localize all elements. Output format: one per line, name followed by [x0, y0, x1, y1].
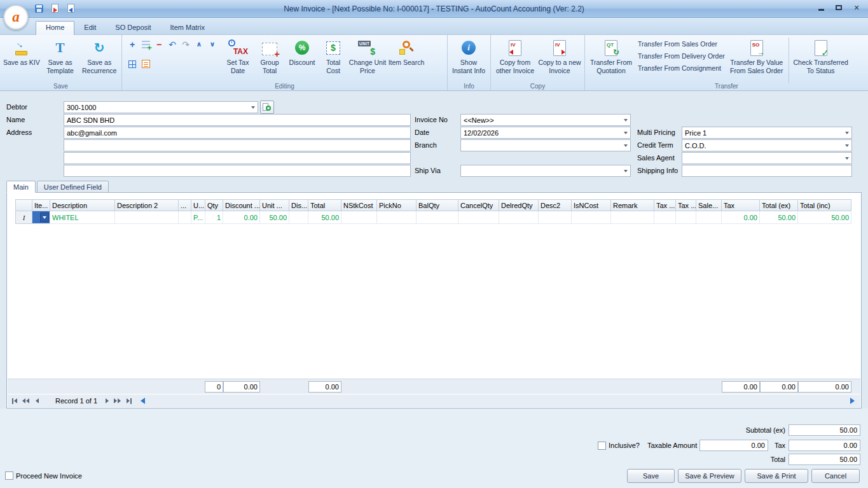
cell-unit-price[interactable]: 50.00: [260, 211, 289, 224]
cell-dropdown-icon[interactable]: [40, 213, 49, 222]
copy-from-invoice-button[interactable]: IV Copy from other Invoice: [493, 36, 537, 81]
shipping-info-field[interactable]: [682, 165, 852, 177]
transfer-by-value-button[interactable]: SO→ Transfer By Value From Sales Order: [727, 36, 786, 81]
col-header-uom[interactable]: U...: [191, 200, 205, 211]
address-line2-field[interactable]: [64, 139, 411, 151]
col-header-tax2[interactable]: Tax ...: [676, 200, 696, 211]
cell-itemcode-selected[interactable]: [32, 211, 50, 224]
transfer-from-sales-order-link[interactable]: Transfer From Sales Order: [638, 40, 725, 48]
row-indicator[interactable]: I: [16, 211, 32, 224]
item-matrix-button[interactable]: [127, 59, 138, 69]
chevron-down-icon[interactable]: [621, 140, 630, 151]
col-header-total[interactable]: Total: [308, 200, 341, 211]
col-header-itemcode[interactable]: Ite...: [32, 200, 50, 211]
nav-prev-button[interactable]: [32, 396, 43, 406]
quick-import-button[interactable]: [65, 3, 76, 14]
cell-total-ex[interactable]: 50.00: [760, 211, 798, 224]
tab-home[interactable]: Home: [36, 21, 74, 35]
cell-description2[interactable]: [115, 211, 179, 224]
autocount-logo-icon[interactable]: a: [3, 4, 29, 30]
debtor-search-button[interactable]: [260, 101, 274, 114]
transfer-from-quotation-button[interactable]: QT↻ Transfer From Quotation: [587, 36, 635, 81]
tab-edit[interactable]: Edit: [74, 21, 106, 35]
cell-tax2[interactable]: [676, 211, 696, 224]
proceed-new-invoice-checkbox[interactable]: [5, 471, 13, 480]
save-as-template-button[interactable]: T Save as Template: [41, 36, 79, 81]
branch-combo[interactable]: [460, 139, 631, 151]
cell-cancelqty[interactable]: [458, 211, 499, 224]
delete-row-button[interactable]: −: [153, 39, 165, 50]
item-list-button[interactable]: [140, 59, 151, 69]
credit-term-combo[interactable]: C.O.D.: [682, 139, 852, 151]
chevron-down-icon[interactable]: [621, 115, 630, 125]
nav-next-button[interactable]: [102, 396, 113, 406]
cell-sale[interactable]: [696, 211, 722, 224]
cell-tax1[interactable]: [654, 211, 676, 224]
col-header-isncost[interactable]: IsNCost: [572, 200, 611, 211]
set-tax-date-button[interactable]: TAX Set Tax Date: [222, 36, 254, 81]
insert-row-button[interactable]: [140, 39, 151, 50]
col-header-total-ex[interactable]: Total (ex): [760, 200, 798, 211]
cell-qty[interactable]: 1: [205, 211, 223, 224]
quick-export-button[interactable]: [49, 3, 60, 14]
sales-agent-combo[interactable]: [682, 152, 852, 164]
col-header-remark[interactable]: Remark: [611, 200, 654, 211]
transfer-from-delivery-order-link[interactable]: Transfer From Delivery Order: [638, 52, 725, 60]
save-preview-button[interactable]: Save & Preview: [678, 469, 741, 483]
inclusive-checkbox[interactable]: [598, 442, 606, 450]
minimize-button[interactable]: [816, 3, 826, 12]
col-header-discount[interactable]: Discount ...: [223, 200, 260, 211]
tab-user-defined-field[interactable]: User Defined Field: [37, 181, 109, 193]
cell-balqty[interactable]: [417, 211, 458, 224]
cell-remark[interactable]: [611, 211, 654, 224]
transfer-from-consignment-link[interactable]: Transfer From Consignment: [638, 64, 725, 72]
discount-button[interactable]: % Discount: [286, 36, 319, 81]
col-header-tax[interactable]: Tax: [722, 200, 760, 211]
address-line1-field[interactable]: abc@gmail.com: [64, 127, 411, 139]
chevron-down-icon[interactable]: [621, 165, 630, 176]
col-header-description2[interactable]: Description 2: [115, 200, 179, 211]
chevron-down-icon[interactable]: [843, 140, 851, 151]
col-header-dis[interactable]: Dis...: [289, 200, 308, 211]
item-search-button[interactable]: Item Search: [387, 36, 425, 81]
hscroll-left-button[interactable]: [137, 396, 148, 406]
undo-button[interactable]: ↶: [167, 39, 178, 50]
save-button[interactable]: Save: [627, 469, 675, 483]
cell-nstkcost[interactable]: [341, 211, 377, 224]
cell-discount[interactable]: 0.00: [223, 211, 260, 224]
save-print-button[interactable]: Save & Print: [745, 469, 808, 483]
check-transferred-button[interactable]: ✓ Check Transferred To Status: [792, 36, 850, 81]
add-row-button[interactable]: +: [127, 39, 138, 50]
tab-so-deposit[interactable]: SO Deposit: [106, 21, 160, 35]
chevron-down-icon[interactable]: [621, 127, 630, 138]
move-up-button[interactable]: ∧: [193, 39, 205, 50]
redo-button[interactable]: ↷: [180, 39, 191, 50]
chevron-down-icon[interactable]: [843, 127, 851, 138]
copy-to-new-invoice-button[interactable]: IV Copy to a new Invoice: [537, 36, 582, 81]
cell-uom[interactable]: P...: [191, 211, 205, 224]
col-header-tax1[interactable]: Tax ...: [654, 200, 676, 211]
col-header-desc2[interactable]: Desc2: [539, 200, 572, 211]
cell-isncost[interactable]: [572, 211, 611, 224]
cell-delredqty[interactable]: [499, 211, 539, 224]
debtor-combo[interactable]: 300-1000: [64, 101, 258, 113]
col-header-description[interactable]: Description: [50, 200, 115, 211]
show-instant-info-button[interactable]: i Show Instant Info: [450, 36, 488, 81]
group-total-button[interactable]: + Group Total: [254, 36, 286, 81]
quick-save-button[interactable]: [33, 3, 45, 14]
nav-last-button[interactable]: [123, 396, 134, 406]
nav-next-page-button[interactable]: [112, 396, 123, 406]
change-unit-price-button[interactable]: UNIT$ Change Unit Price: [348, 36, 387, 81]
move-down-button[interactable]: ∨: [207, 39, 218, 50]
address-line3-field[interactable]: [64, 152, 411, 164]
cell-dis[interactable]: [289, 211, 308, 224]
col-header-delredqty[interactable]: DelredQty: [499, 200, 539, 211]
chevron-down-icon[interactable]: [843, 153, 851, 164]
nav-first-button[interactable]: [9, 396, 20, 406]
cell-total[interactable]: 50.00: [308, 211, 341, 224]
col-header-balqty[interactable]: BalQty: [417, 200, 458, 211]
cell-tax[interactable]: 0.00: [722, 211, 760, 224]
col-header-more[interactable]: ...: [179, 200, 191, 211]
multi-pricing-combo[interactable]: Price 1: [682, 127, 852, 139]
cell-description[interactable]: WHITEL: [50, 211, 115, 224]
